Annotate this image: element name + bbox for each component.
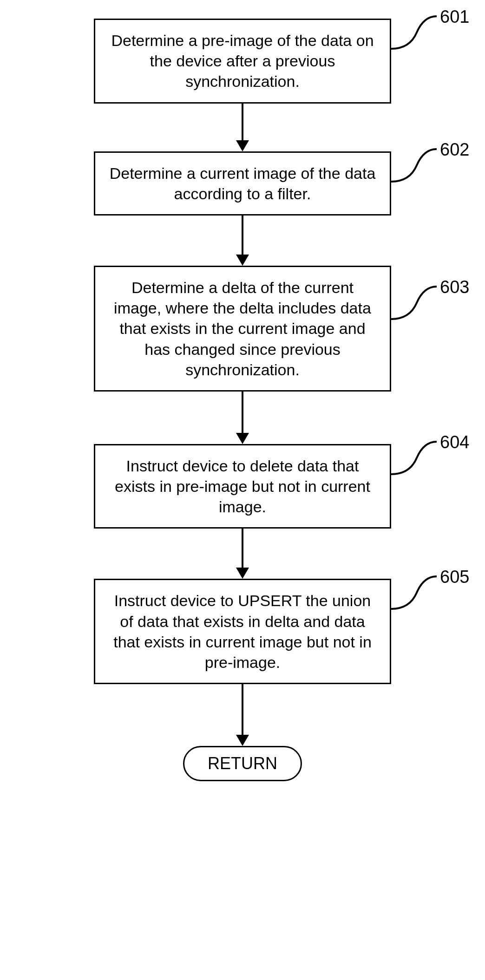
step-label: 601 <box>440 7 469 27</box>
step-box: Determine a delta of the current image, … <box>94 266 391 392</box>
callout-line-icon <box>391 147 438 191</box>
terminal-node: RETURN <box>183 746 302 781</box>
flowchart-node: Instruct device to UPSERT the union of d… <box>19 579 466 684</box>
flowchart-node: Determine a current image of the data ac… <box>19 151 466 216</box>
flow-arrow <box>236 104 249 151</box>
step-label-callout: 602 <box>391 147 469 191</box>
step-label-callout: 604 <box>391 439 469 483</box>
step-label: 605 <box>440 567 469 587</box>
flowchart-node: Determine a pre-image of the data on the… <box>19 19 466 104</box>
flow-arrow <box>236 684 249 746</box>
step-label-callout: 603 <box>391 284 469 328</box>
callout-line-icon <box>391 439 438 483</box>
flow-arrow <box>236 216 249 266</box>
step-box: Instruct device to UPSERT the union of d… <box>94 579 391 684</box>
step-label-callout: 605 <box>391 574 469 618</box>
flow-arrow <box>236 529 249 579</box>
callout-line-icon <box>391 284 438 328</box>
step-label: 604 <box>440 432 469 452</box>
step-label: 603 <box>440 277 469 297</box>
callout-line-icon <box>391 14 438 58</box>
callout-line-icon <box>391 574 438 618</box>
step-box: Determine a pre-image of the data on the… <box>94 19 391 104</box>
flowchart-node: Determine a delta of the current image, … <box>19 266 466 392</box>
flow-arrow <box>236 392 249 444</box>
step-box: Instruct device to delete data that exis… <box>94 444 391 529</box>
step-box: Determine a current image of the data ac… <box>94 151 391 216</box>
step-label: 602 <box>440 140 469 160</box>
flowchart-container: Determine a pre-image of the data on the… <box>19 19 466 781</box>
step-label-callout: 601 <box>391 14 469 58</box>
flowchart-node: Instruct device to delete data that exis… <box>19 444 466 529</box>
